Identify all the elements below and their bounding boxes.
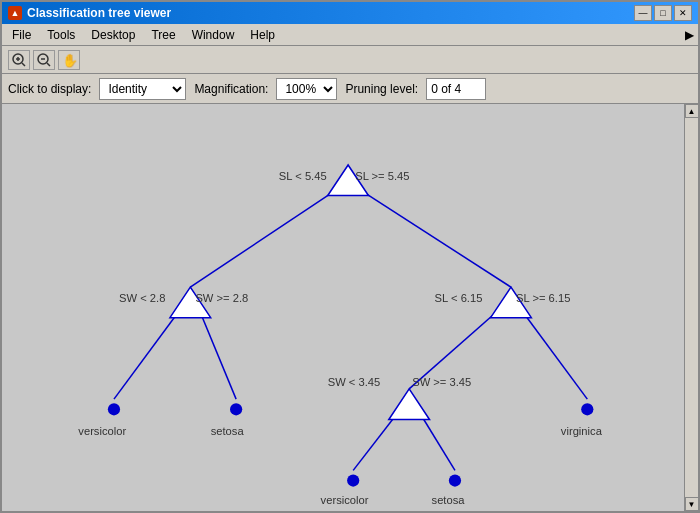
magnification-label: Magnification:	[194, 82, 268, 96]
node-rl[interactable]	[389, 389, 430, 420]
title-bar: ▲ Classification tree viewer — □ ✕	[2, 2, 698, 24]
leaf-label-setosa-2: setosa	[432, 494, 466, 506]
zoom-in-button[interactable]	[8, 50, 30, 70]
scrollbar-right: ▲ ▼	[684, 104, 698, 511]
pruning-level-label: Pruning level:	[345, 82, 418, 96]
rl-label-right: SW >= 3.45	[412, 376, 471, 388]
zoom-out-icon	[36, 52, 52, 68]
edge-root-right	[353, 185, 511, 287]
menu-tree[interactable]: Tree	[145, 26, 181, 44]
right-label-left: SL < 6.15	[435, 292, 483, 304]
leaf-label-versicolor-1: versicolor	[78, 425, 126, 437]
pan-icon: ✋	[61, 52, 77, 68]
leaf-label-versicolor-2: versicolor	[321, 494, 369, 506]
title-bar-left: ▲ Classification tree viewer	[8, 6, 171, 20]
main-window: ▲ Classification tree viewer — □ ✕ File …	[0, 0, 700, 513]
edge-left-lr	[197, 305, 236, 399]
menu-bar: File Tools Desktop Tree Window Help ▶	[2, 24, 698, 46]
pan-button[interactable]: ✋	[58, 50, 80, 70]
window-title: Classification tree viewer	[27, 6, 171, 20]
pruning-level-input[interactable]	[426, 78, 486, 100]
main-area: ▲ ▼	[2, 104, 698, 511]
root-label-right: SL >= 5.45	[355, 170, 409, 182]
left-label-left: SW < 2.8	[119, 292, 165, 304]
zoom-in-icon	[11, 52, 27, 68]
zoom-out-button[interactable]	[33, 50, 55, 70]
scroll-up-button[interactable]: ▲	[685, 104, 699, 118]
rl-label-left: SW < 3.45	[328, 376, 381, 388]
menu-window[interactable]: Window	[186, 26, 241, 44]
leaf-virginica[interactable]	[581, 403, 593, 415]
leaf-label-setosa-1: setosa	[211, 425, 245, 437]
minimize-button[interactable]: —	[634, 5, 652, 21]
close-button[interactable]: ✕	[674, 5, 692, 21]
leaf-versicolor-2[interactable]	[347, 474, 359, 486]
root-label-left: SL < 5.45	[279, 170, 327, 182]
tree-svg: SL < 5.45 SL >= 5.45 SW < 2.8 SW >= 2.8 …	[2, 104, 684, 511]
menu-tools[interactable]: Tools	[41, 26, 81, 44]
menu-desktop[interactable]: Desktop	[85, 26, 141, 44]
svg-line-3	[22, 63, 25, 66]
click-to-display-label: Click to display:	[8, 82, 91, 96]
title-buttons: — □ ✕	[634, 5, 692, 21]
app-icon: ▲	[8, 6, 22, 20]
tree-canvas: SL < 5.45 SL >= 5.45 SW < 2.8 SW >= 2.8 …	[2, 104, 684, 511]
edge-left-ll	[114, 305, 183, 399]
svg-line-6	[47, 63, 50, 66]
restore-button[interactable]: □	[654, 5, 672, 21]
edge-root-left	[190, 185, 343, 287]
svg-text:✋: ✋	[62, 52, 77, 68]
magnification-select[interactable]: 50% 75% 100% 125% 150%	[276, 78, 337, 100]
leaf-setosa-2[interactable]	[449, 474, 461, 486]
edge-right-rr	[518, 305, 587, 399]
toolbar: ✋	[2, 46, 698, 74]
scroll-down-button[interactable]: ▼	[685, 497, 699, 511]
leaf-setosa-1[interactable]	[230, 403, 242, 415]
menu-file[interactable]: File	[6, 26, 37, 44]
leaf-versicolor-1[interactable]	[108, 403, 120, 415]
leaf-label-virginica: virginica	[561, 425, 603, 437]
click-to-display-select[interactable]: Identity Class Probability	[99, 78, 186, 100]
controls-bar: Click to display: Identity Class Probabi…	[2, 74, 698, 104]
menu-help[interactable]: Help	[244, 26, 281, 44]
left-label-right: SW >= 2.8	[195, 292, 248, 304]
menu-arrow[interactable]: ▶	[685, 28, 694, 42]
right-label-right: SL >= 6.15	[516, 292, 570, 304]
